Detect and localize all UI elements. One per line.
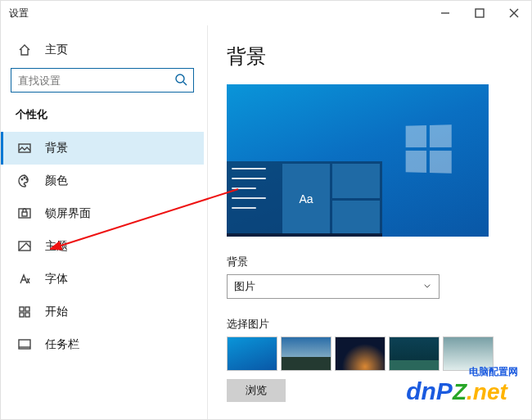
start-menu-mock: Aa [227,161,382,237]
sidebar-item-colors[interactable]: 颜色 [1,165,204,197]
start-icon [16,303,34,321]
sidebar-item-background[interactable]: 背景 [1,132,204,165]
svg-point-8 [24,177,25,178]
svg-rect-16 [25,313,29,317]
picture-icon [16,139,34,157]
preview-sample-text: Aa [282,164,330,234]
search-input[interactable] [16,74,174,88]
svg-point-9 [26,178,28,180]
desktop-preview: Aa [227,84,489,237]
sidebar-item-fonts[interactable]: 字体 [1,263,204,296]
svg-rect-1 [476,9,484,17]
home-link[interactable]: 主页 [1,34,204,66]
picture-thumb[interactable] [443,336,494,371]
themes-icon [16,237,34,255]
picture-thumb[interactable] [335,336,385,371]
taskbar-icon [16,336,34,354]
browse-button[interactable]: 浏览 [227,379,286,402]
picture-thumb[interactable] [281,336,331,371]
sidebar-item-label: 锁屏界面 [45,206,91,221]
choose-picture-label: 选择图片 [227,317,523,332]
picture-thumb[interactable] [389,336,440,371]
svg-point-4 [176,75,184,83]
minimize-button[interactable] [428,1,462,25]
browse-label: 浏览 [246,383,267,398]
picture-thumb[interactable] [227,336,277,371]
select-value: 图片 [234,279,255,294]
fonts-icon [16,270,34,288]
home-icon [16,41,34,59]
close-button[interactable] [497,1,531,25]
sidebar-item-label: 开始 [45,305,68,319]
svg-rect-11 [22,212,27,216]
content-area: 背景 Aa [204,25,531,419]
titlebar: 设置 [1,1,531,25]
svg-rect-14 [25,307,29,311]
palette-icon [16,172,34,190]
page-title: 背景 [227,43,523,70]
search-box[interactable] [11,68,194,93]
svg-line-5 [183,82,187,85]
sidebar-item-start[interactable]: 开始 [1,296,204,328]
chevron-down-icon [422,281,432,293]
sidebar-item-label: 颜色 [45,174,68,188]
background-type-select[interactable]: 图片 [227,274,440,299]
sidebar-item-label: 背景 [45,141,68,156]
home-label: 主页 [45,43,68,57]
search-icon [174,72,188,89]
sidebar-item-label: 主题 [45,239,68,254]
svg-rect-15 [20,313,24,317]
sidebar-item-label: 任务栏 [45,337,79,352]
svg-point-7 [21,178,23,180]
lockscreen-icon [16,205,34,223]
sidebar-item-lockscreen[interactable]: 锁屏界面 [1,197,204,230]
sidebar-item-taskbar[interactable]: 任务栏 [1,328,204,361]
maximize-button[interactable] [462,1,497,25]
section-title: 个性化 [1,104,204,132]
sidebar-item-themes[interactable]: 主题 [1,230,204,263]
sidebar-item-label: 字体 [45,272,68,287]
sidebar: 主页 个性化 背景 颜色 [1,25,204,419]
picture-thumbnails [227,336,523,371]
windows-logo-icon [406,124,452,173]
svg-rect-13 [20,307,24,311]
window-title: 设置 [9,7,29,20]
background-label: 背景 [227,255,523,269]
